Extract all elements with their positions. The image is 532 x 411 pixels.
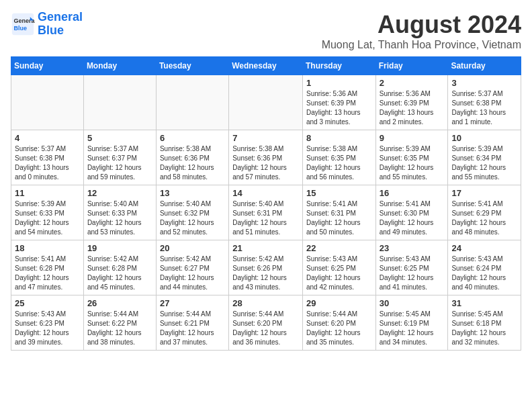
- calendar-cell: [11, 75, 84, 130]
- day-number: 18: [15, 243, 80, 253]
- day-info: Sunrise: 5:39 AM Sunset: 6:33 PM Dayligh…: [15, 199, 80, 237]
- day-info: Sunrise: 5:38 AM Sunset: 6:36 PM Dayligh…: [160, 144, 225, 182]
- calendar-cell: 27Sunrise: 5:44 AM Sunset: 6:21 PM Dayli…: [156, 295, 228, 351]
- day-number: 27: [160, 298, 225, 308]
- calendar-cell: 16Sunrise: 5:41 AM Sunset: 6:30 PM Dayli…: [375, 185, 448, 240]
- day-info: Sunrise: 5:41 AM Sunset: 6:31 PM Dayligh…: [306, 199, 372, 237]
- day-info: Sunrise: 5:39 AM Sunset: 6:34 PM Dayligh…: [451, 144, 517, 182]
- week-row: 25Sunrise: 5:43 AM Sunset: 6:23 PM Dayli…: [11, 295, 521, 351]
- week-row: 4Sunrise: 5:37 AM Sunset: 6:38 PM Daylig…: [11, 130, 521, 185]
- day-info: Sunrise: 5:37 AM Sunset: 6:38 PM Dayligh…: [451, 89, 517, 127]
- calendar-cell: 24Sunrise: 5:43 AM Sunset: 6:24 PM Dayli…: [448, 240, 521, 295]
- day-info: Sunrise: 5:43 AM Sunset: 6:25 PM Dayligh…: [380, 255, 445, 292]
- day-number: 16: [380, 188, 445, 198]
- calendar-cell: 7Sunrise: 5:38 AM Sunset: 6:36 PM Daylig…: [229, 130, 303, 185]
- day-number: 13: [160, 188, 225, 198]
- day-number: 5: [87, 133, 152, 143]
- weekday-header: Tuesday: [156, 57, 228, 75]
- day-info: Sunrise: 5:42 AM Sunset: 6:26 PM Dayligh…: [232, 255, 299, 292]
- day-info: Sunrise: 5:43 AM Sunset: 6:24 PM Dayligh…: [451, 255, 517, 292]
- day-number: 10: [451, 133, 517, 143]
- calendar-cell: 13Sunrise: 5:40 AM Sunset: 6:32 PM Dayli…: [156, 185, 228, 240]
- day-info: Sunrise: 5:41 AM Sunset: 6:28 PM Dayligh…: [15, 255, 80, 292]
- logo: General Blue General Blue: [11, 11, 83, 38]
- day-number: 14: [232, 188, 299, 198]
- calendar-table: SundayMondayTuesdayWednesdayThursdayFrid…: [11, 56, 521, 351]
- day-number: 17: [451, 188, 517, 198]
- calendar-cell: 20Sunrise: 5:42 AM Sunset: 6:27 PM Dayli…: [156, 240, 228, 295]
- calendar-cell: 19Sunrise: 5:42 AM Sunset: 6:28 PM Dayli…: [83, 240, 156, 295]
- day-number: 21: [232, 243, 299, 253]
- logo-icon: General Blue: [11, 12, 35, 36]
- weekday-header: Monday: [83, 57, 156, 75]
- calendar-cell: 25Sunrise: 5:43 AM Sunset: 6:23 PM Dayli…: [11, 295, 84, 351]
- day-info: Sunrise: 5:41 AM Sunset: 6:29 PM Dayligh…: [451, 199, 517, 237]
- calendar-cell: 31Sunrise: 5:45 AM Sunset: 6:18 PM Dayli…: [448, 295, 521, 351]
- calendar-cell: [156, 75, 228, 130]
- day-info: Sunrise: 5:42 AM Sunset: 6:27 PM Dayligh…: [160, 255, 225, 292]
- calendar-cell: 1Sunrise: 5:36 AM Sunset: 6:39 PM Daylig…: [302, 75, 375, 130]
- weekday-header-row: SundayMondayTuesdayWednesdayThursdayFrid…: [11, 57, 521, 75]
- day-info: Sunrise: 5:44 AM Sunset: 6:20 PM Dayligh…: [232, 310, 299, 347]
- calendar-cell: 28Sunrise: 5:44 AM Sunset: 6:20 PM Dayli…: [229, 295, 303, 351]
- day-info: Sunrise: 5:40 AM Sunset: 6:33 PM Dayligh…: [87, 199, 152, 237]
- day-number: 23: [380, 243, 445, 253]
- day-info: Sunrise: 5:43 AM Sunset: 6:25 PM Dayligh…: [306, 255, 372, 292]
- day-info: Sunrise: 5:38 AM Sunset: 6:36 PM Dayligh…: [232, 144, 299, 182]
- day-number: 20: [160, 243, 225, 253]
- week-row: 11Sunrise: 5:39 AM Sunset: 6:33 PM Dayli…: [11, 185, 521, 240]
- day-info: Sunrise: 5:45 AM Sunset: 6:18 PM Dayligh…: [451, 310, 517, 347]
- weekday-header: Friday: [375, 57, 448, 75]
- day-number: 24: [451, 243, 517, 253]
- week-row: 18Sunrise: 5:41 AM Sunset: 6:28 PM Dayli…: [11, 240, 521, 295]
- svg-text:Blue: Blue: [14, 25, 28, 32]
- day-info: Sunrise: 5:40 AM Sunset: 6:32 PM Dayligh…: [160, 199, 225, 237]
- day-info: Sunrise: 5:41 AM Sunset: 6:30 PM Dayligh…: [380, 199, 445, 237]
- calendar-cell: 23Sunrise: 5:43 AM Sunset: 6:25 PM Dayli…: [375, 240, 448, 295]
- weekday-header: Wednesday: [229, 57, 303, 75]
- day-info: Sunrise: 5:36 AM Sunset: 6:39 PM Dayligh…: [380, 89, 445, 127]
- day-info: Sunrise: 5:44 AM Sunset: 6:20 PM Dayligh…: [306, 310, 372, 347]
- calendar-cell: 10Sunrise: 5:39 AM Sunset: 6:34 PM Dayli…: [448, 130, 521, 185]
- day-info: Sunrise: 5:37 AM Sunset: 6:38 PM Dayligh…: [15, 144, 80, 182]
- day-number: 12: [87, 188, 152, 198]
- title-section: August 2024 Muong Lat, Thanh Hoa Provinc…: [322, 11, 521, 51]
- day-number: 8: [306, 133, 372, 143]
- calendar-cell: 17Sunrise: 5:41 AM Sunset: 6:29 PM Dayli…: [448, 185, 521, 240]
- calendar-subtitle: Muong Lat, Thanh Hoa Province, Vietnam: [322, 39, 521, 51]
- calendar-cell: 21Sunrise: 5:42 AM Sunset: 6:26 PM Dayli…: [229, 240, 303, 295]
- calendar-cell: 5Sunrise: 5:37 AM Sunset: 6:37 PM Daylig…: [83, 130, 156, 185]
- calendar-cell: 8Sunrise: 5:38 AM Sunset: 6:35 PM Daylig…: [302, 130, 375, 185]
- day-info: Sunrise: 5:40 AM Sunset: 6:31 PM Dayligh…: [232, 199, 299, 237]
- day-info: Sunrise: 5:44 AM Sunset: 6:21 PM Dayligh…: [160, 310, 225, 347]
- calendar-cell: 4Sunrise: 5:37 AM Sunset: 6:38 PM Daylig…: [11, 130, 84, 185]
- calendar-cell: 29Sunrise: 5:44 AM Sunset: 6:20 PM Dayli…: [302, 295, 375, 351]
- day-number: 4: [15, 133, 80, 143]
- calendar-title: August 2024: [322, 11, 521, 39]
- day-info: Sunrise: 5:39 AM Sunset: 6:35 PM Dayligh…: [380, 144, 445, 182]
- logo-line2: Blue: [38, 24, 64, 37]
- day-info: Sunrise: 5:42 AM Sunset: 6:28 PM Dayligh…: [87, 255, 152, 292]
- day-info: Sunrise: 5:36 AM Sunset: 6:39 PM Dayligh…: [306, 89, 372, 127]
- day-number: 11: [15, 188, 80, 198]
- day-number: 30: [380, 298, 445, 308]
- calendar-cell: 26Sunrise: 5:44 AM Sunset: 6:22 PM Dayli…: [83, 295, 156, 351]
- day-number: 15: [306, 188, 372, 198]
- day-number: 31: [451, 298, 517, 308]
- weekday-header: Thursday: [302, 57, 375, 75]
- day-number: 3: [451, 78, 517, 88]
- weekday-header: Sunday: [11, 57, 84, 75]
- day-number: 9: [380, 133, 445, 143]
- day-info: Sunrise: 5:43 AM Sunset: 6:23 PM Dayligh…: [15, 310, 80, 347]
- calendar-cell: 30Sunrise: 5:45 AM Sunset: 6:19 PM Dayli…: [375, 295, 448, 351]
- day-number: 28: [232, 298, 299, 308]
- day-info: Sunrise: 5:44 AM Sunset: 6:22 PM Dayligh…: [87, 310, 152, 347]
- day-info: Sunrise: 5:37 AM Sunset: 6:37 PM Dayligh…: [87, 144, 152, 182]
- header: General Blue General Blue August 2024 Mu…: [11, 11, 521, 51]
- day-number: 26: [87, 298, 152, 308]
- calendar-cell: 2Sunrise: 5:36 AM Sunset: 6:39 PM Daylig…: [375, 75, 448, 130]
- day-info: Sunrise: 5:38 AM Sunset: 6:35 PM Dayligh…: [306, 144, 372, 182]
- day-number: 1: [306, 78, 372, 88]
- day-number: 25: [15, 298, 80, 308]
- calendar-cell: 6Sunrise: 5:38 AM Sunset: 6:36 PM Daylig…: [156, 130, 228, 185]
